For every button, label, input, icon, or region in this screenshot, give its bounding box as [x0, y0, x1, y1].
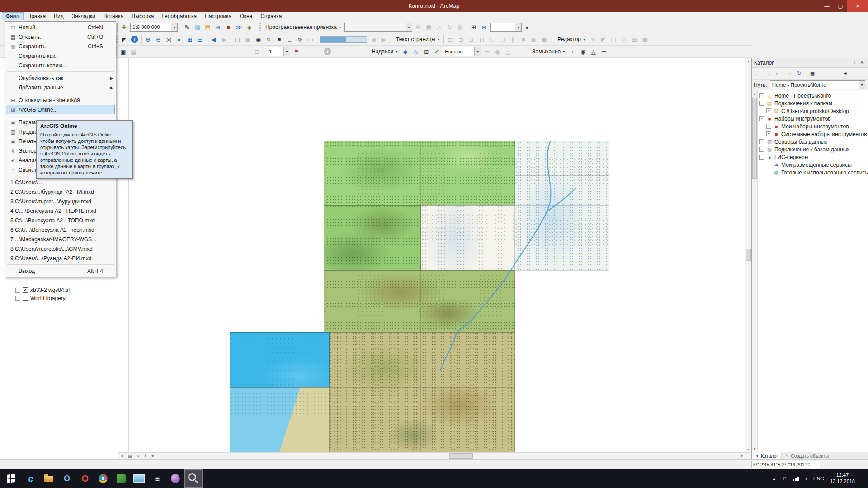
- menu-edit[interactable]: Правка: [24, 12, 50, 20]
- start-button[interactable]: [0, 469, 22, 488]
- edge-snapping-icon[interactable]: ▭: [599, 47, 609, 56]
- expander-icon[interactable]: +: [15, 296, 20, 301]
- expander-icon[interactable]: +: [760, 139, 764, 144]
- magnifier-icon[interactable]: ⊕: [479, 22, 489, 32]
- html-popup-icon[interactable]: ≡: [274, 34, 284, 44]
- zoom-in-icon[interactable]: ⊕: [143, 34, 153, 44]
- scroll-up-icon[interactable]: ▲: [752, 90, 757, 97]
- georeferencing-menu[interactable]: Пространственная привязка▾: [263, 23, 344, 32]
- vertical-scroll-thumb[interactable]: [746, 249, 751, 261]
- recent-file-9[interactable]: 9 C:\Users\...\Руанда А2-ПИ.mxd: [6, 253, 115, 263]
- modelbuilder-icon[interactable]: ◆: [244, 22, 255, 32]
- menu-geoprocessing[interactable]: Геообработка: [158, 12, 201, 20]
- options-icon[interactable]: ⊞: [841, 69, 850, 78]
- georef-table-icon[interactable]: ▥: [455, 22, 465, 32]
- tab-create-features[interactable]: ✎ Создать объекты: [782, 452, 832, 459]
- map-canvas[interactable]: ▲ ▼ ◐▤↻‖ ◀ ▶: [118, 58, 751, 459]
- expander-icon[interactable]: [766, 170, 771, 175]
- same-size-icon[interactable]: ▣: [528, 34, 539, 44]
- label-weight-icon[interactable]: ⊞: [421, 47, 431, 56]
- align-bottom-icon[interactable]: ⊔: [466, 34, 476, 44]
- menu-help[interactable]: Справка: [256, 12, 286, 20]
- expander-icon[interactable]: -: [760, 116, 764, 121]
- tree-view-icon[interactable]: ▦: [808, 69, 817, 78]
- horizontal-scroll-thumb[interactable]: [449, 453, 473, 459]
- menu-customize[interactable]: Настройка: [201, 12, 236, 20]
- menu-file[interactable]: Файл: [2, 12, 24, 20]
- home-icon[interactable]: ⌂: [785, 69, 794, 78]
- zoom-out-icon[interactable]: ⊖: [153, 34, 164, 44]
- recent-file-1[interactable]: 1 C:\Users\...: [6, 178, 115, 187]
- language-indicator[interactable]: ENG: [813, 476, 824, 481]
- recent-file-4[interactable]: 4 C:...\Венесуэла А2 - НЕФТЬ.mxd: [6, 206, 115, 216]
- pause-drawing-button[interactable]: ‖: [142, 453, 149, 459]
- pause-labeling-icon[interactable]: ◉: [492, 47, 503, 56]
- horizontal-scrollbar[interactable]: [156, 453, 739, 459]
- close-panel-icon[interactable]: ✕: [859, 60, 866, 66]
- tree-item-ready-services[interactable]: ◍ Готовые к использованию сервисы: [758, 169, 868, 176]
- viewer-icon[interactable]: ▭: [305, 34, 316, 44]
- menu-selection[interactable]: Выборка: [127, 12, 158, 20]
- expander-icon[interactable]: -: [760, 101, 764, 106]
- view-unplaced-icon[interactable]: △: [503, 47, 513, 56]
- page-flag-icon[interactable]: ⚑: [291, 47, 302, 56]
- menu-item-sign-out[interactable]: ⊟ Отключиться - shenok89: [6, 95, 115, 105]
- labeling-menu[interactable]: Надписи▾: [369, 47, 400, 56]
- tree-item-hosted-services[interactable]: ☁ Мои размещенные сервисы: [758, 161, 868, 169]
- tree-item-database-servers[interactable]: + ▥ Серверы баз данных: [758, 138, 868, 145]
- chevron-down-icon[interactable]: ▾: [859, 81, 865, 89]
- data-driven-pages-setup-icon[interactable]: ⊡: [252, 47, 262, 56]
- media-app-icon[interactable]: [166, 469, 184, 488]
- editor-menu[interactable]: Редактор▾: [555, 35, 588, 44]
- maximize-button[interactable]: ▢: [834, 0, 847, 12]
- list-view-icon[interactable]: ≡: [817, 69, 826, 78]
- align-right-icon[interactable]: ⊐: [456, 34, 466, 44]
- label-toggle-icon[interactable]: ✔: [431, 47, 442, 56]
- expander-icon[interactable]: +: [766, 131, 771, 136]
- recent-file-7[interactable]: 7 ...\Madagaskar-IMAGERY-WGS...: [6, 235, 115, 244]
- zoom-slider[interactable]: [320, 36, 367, 43]
- lock-labels-icon[interactable]: ▭: [482, 47, 492, 56]
- menu-item-open[interactable]: ▤ Открыть.. Ctrl+O: [6, 32, 115, 42]
- catalog-window-icon[interactable]: ▤: [203, 22, 213, 32]
- clear-selection-icon[interactable]: ▣: [243, 34, 253, 44]
- select-features-icon[interactable]: ▢: [232, 34, 243, 44]
- auto-hide-pin-icon[interactable]: ⊤: [851, 60, 859, 66]
- recent-file-8[interactable]: 8 C:\Users\m.protsko\...\GMV.mxd: [6, 244, 115, 253]
- menu-view[interactable]: Вид: [50, 12, 68, 20]
- page-info-icon[interactable]: i: [322, 47, 333, 56]
- refresh-icon[interactable]: ↻: [795, 69, 804, 78]
- label-engine-combo[interactable]: Быстро▾: [443, 47, 481, 56]
- menu-item-new[interactable]: □ Новый... Ctrl+N: [6, 23, 115, 32]
- label-priority-icon[interactable]: ◇: [410, 47, 421, 56]
- path-combobox[interactable]: Home - Проекты\Конго ▾: [770, 80, 865, 89]
- layout-toolbar-icon[interactable]: ▣: [118, 47, 128, 56]
- fixed-zoom-in-icon[interactable]: ⊞: [184, 34, 195, 44]
- measure-icon[interactable]: ∟: [284, 34, 295, 44]
- vertex-snapping-icon[interactable]: △: [588, 47, 599, 56]
- expander-icon[interactable]: +: [760, 147, 764, 152]
- point-snapping-icon[interactable]: ◦: [567, 47, 578, 56]
- menu-item-save-copy[interactable]: Сохранить копию...: [6, 61, 115, 70]
- page-number-spinner[interactable]: 1▾: [267, 47, 290, 56]
- minimize-button[interactable]: —: [820, 0, 834, 12]
- layer-visibility-checkbox[interactable]: ✔: [23, 287, 28, 293]
- previous-extent-icon[interactable]: ◀: [208, 34, 219, 44]
- align-middle-icon[interactable]: ⊒: [497, 34, 508, 44]
- opera-icon[interactable]: O: [76, 469, 94, 488]
- editor-toolbar-icon[interactable]: ✎: [182, 22, 192, 32]
- scale-combo[interactable]: 1:6 000 000▾: [130, 23, 178, 32]
- go-to-xy-icon[interactable]: xy: [295, 34, 305, 44]
- scroll-right-icon[interactable]: ▶: [739, 453, 745, 459]
- end-snapping-icon[interactable]: ◉: [578, 47, 588, 56]
- align-top-icon[interactable]: ⊓: [476, 34, 487, 44]
- recent-file-2[interactable]: 2 C:\Users...\бурунди- А2-ПИ.mxd: [6, 187, 115, 197]
- expander-icon[interactable]: +: [766, 124, 771, 129]
- menu-item-arcgis-online[interactable]: ⊞ ArcGIS Online...: [6, 105, 115, 114]
- python-window-icon[interactable]: ≫: [234, 22, 244, 32]
- file-explorer-icon[interactable]: [40, 469, 58, 488]
- volume-icon[interactable]: ♪: [805, 476, 808, 481]
- network-icon[interactable]: [793, 476, 799, 481]
- edit-tool-icon[interactable]: ◤: [598, 34, 609, 44]
- next-page-icon[interactable]: ▶: [378, 34, 389, 44]
